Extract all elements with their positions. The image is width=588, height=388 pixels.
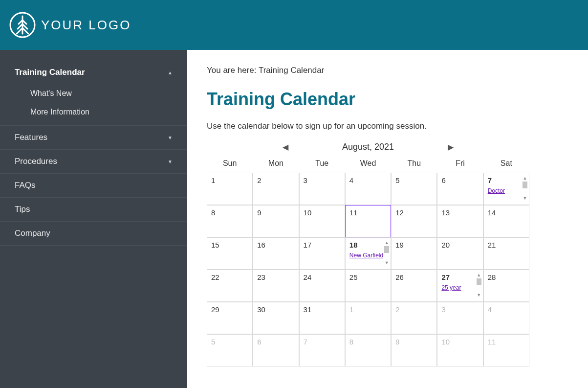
calendar-event-link[interactable]: 25 year xyxy=(441,284,461,291)
calendar-day-cell[interactable]: 4 xyxy=(345,173,391,205)
calendar-day-number: 7 xyxy=(488,176,525,184)
calendar-day-number: 24 xyxy=(304,273,341,281)
calendar-day-number: 21 xyxy=(488,241,525,249)
calendar-day-cell[interactable]: 19 xyxy=(391,237,437,270)
calendar-day-cell[interactable]: 2725 year▲▼ xyxy=(437,270,483,302)
calendar-day-cell[interactable]: 3 xyxy=(299,173,345,205)
sidebar-item-label: FAQs xyxy=(15,181,36,190)
calendar-day-cell[interactable]: 22 xyxy=(207,270,253,302)
calendar-day-number: 31 xyxy=(304,305,341,314)
sidebar-item-features[interactable]: Features ▼ xyxy=(0,126,187,150)
calendar-day-cell[interactable]: 21 xyxy=(483,237,529,270)
calendar-day-cell[interactable]: 12 xyxy=(391,205,437,237)
calendar-day-number: 8 xyxy=(349,338,387,346)
calendar-day-number: 3 xyxy=(441,305,479,314)
sidebar-item-more-information[interactable]: More Information xyxy=(0,103,187,121)
calendar-day-cell[interactable]: 7Doctor▲▼ xyxy=(483,173,529,205)
calendar-day-cell[interactable]: 14 xyxy=(483,205,529,237)
sidebar-item-label: More Information xyxy=(30,108,89,116)
calendar-day-cell[interactable]: 31 xyxy=(299,302,345,334)
breadcrumb: You are here: Training Calendar xyxy=(207,66,568,75)
calendar-day-number: 1 xyxy=(349,305,387,314)
calendar-day-cell[interactable]: 8 xyxy=(207,205,253,237)
sidebar-item-label: Company xyxy=(15,228,50,238)
calendar-day-cell[interactable]: 1 xyxy=(345,302,391,334)
calendar-day-cell[interactable]: 4 xyxy=(483,302,529,334)
calendar-event-link[interactable]: New Garfield xyxy=(349,252,383,259)
calendar-day-cell[interactable]: 29 xyxy=(207,302,253,334)
calendar-day-number: 23 xyxy=(257,273,294,281)
calendar-day-cell[interactable]: 15 xyxy=(207,237,253,270)
next-month-button[interactable]: ▶ xyxy=(448,142,454,152)
calendar-day-cell[interactable]: 11 xyxy=(345,205,391,237)
calendar-day-cell[interactable]: 6 xyxy=(437,173,483,205)
calendar-day-header: Mon xyxy=(253,156,299,173)
sidebar-item-procedures[interactable]: Procedures ▼ xyxy=(0,150,187,174)
calendar-day-number: 4 xyxy=(349,176,387,184)
calendar-day-number: 18 xyxy=(349,241,387,249)
calendar-day-cell[interactable]: 30 xyxy=(253,302,299,334)
calendar-day-cell[interactable]: 11 xyxy=(483,334,529,366)
calendar-header: ◀ August, 2021 ▶ xyxy=(207,140,529,156)
calendar-day-cell[interactable]: 8 xyxy=(345,334,391,366)
calendar-day-cell[interactable]: 20 xyxy=(437,237,483,270)
scroll-up-icon: ▲ xyxy=(523,176,527,181)
prev-month-button[interactable]: ◀ xyxy=(283,142,288,152)
calendar-day-number: 6 xyxy=(441,176,479,184)
scroll-up-icon: ▲ xyxy=(385,241,389,245)
calendar-day-cell[interactable]: 10 xyxy=(299,205,345,237)
cell-scroll-indicator[interactable]: ▲▼ xyxy=(522,176,528,201)
calendar-day-cell[interactable]: 3 xyxy=(437,302,483,334)
sidebar-item-label: What's New xyxy=(30,89,72,97)
calendar-day-cell[interactable]: 9 xyxy=(253,205,299,237)
calendar-day-cell[interactable]: 16 xyxy=(253,237,299,270)
sidebar-item-company[interactable]: Company xyxy=(0,222,187,246)
logo[interactable]: YOUR LOGO xyxy=(9,11,131,39)
cell-scroll-indicator[interactable]: ▲▼ xyxy=(384,241,390,265)
sidebar-item-whats-new[interactable]: What's New xyxy=(0,84,187,103)
calendar-day-number: 11 xyxy=(488,338,525,346)
calendar-day-number: 10 xyxy=(441,338,479,346)
chevron-down-icon: ▼ xyxy=(168,135,173,140)
calendar-day-number: 1 xyxy=(211,176,248,184)
logo-text: YOUR LOGO xyxy=(41,18,131,33)
app-header: YOUR LOGO xyxy=(0,0,588,50)
sidebar-item-label: Features xyxy=(15,133,47,142)
calendar-day-number: 29 xyxy=(211,305,248,314)
calendar-day-cell[interactable]: 24 xyxy=(299,270,345,302)
calendar-day-number: 9 xyxy=(395,338,433,346)
sidebar-item-faqs[interactable]: FAQs xyxy=(0,174,187,198)
calendar-day-number: 16 xyxy=(257,241,294,249)
calendar-week-row: 891011121314 xyxy=(207,205,529,237)
calendar-day-headers: SunMonTueWedThuFriSat xyxy=(207,156,529,173)
sidebar-item-training-calendar[interactable]: Training Calendar ▲ xyxy=(0,61,187,84)
calendar-day-cell[interactable]: 1 xyxy=(207,173,253,205)
chevron-down-icon: ▼ xyxy=(168,159,173,164)
calendar-day-cell[interactable]: 2 xyxy=(253,173,299,205)
calendar-day-number: 30 xyxy=(257,305,294,314)
calendar-day-cell[interactable]: 26 xyxy=(391,270,437,302)
cell-scroll-indicator[interactable]: ▲▼ xyxy=(476,273,482,297)
chevron-up-icon: ▲ xyxy=(168,70,173,75)
calendar-day-cell[interactable]: 7 xyxy=(299,334,345,366)
calendar-day-cell[interactable]: 10 xyxy=(437,334,483,366)
calendar-day-cell[interactable]: 13 xyxy=(437,205,483,237)
calendar-day-cell[interactable]: 6 xyxy=(253,334,299,366)
calendar-day-cell[interactable]: 5 xyxy=(207,334,253,366)
calendar-day-number: 13 xyxy=(441,208,479,217)
sidebar-item-tips[interactable]: Tips xyxy=(0,198,187,222)
calendar-day-cell[interactable]: 28 xyxy=(483,270,529,302)
calendar-day-number: 27 xyxy=(441,273,479,281)
calendar-day-cell[interactable]: 25 xyxy=(345,270,391,302)
scroll-down-icon: ▼ xyxy=(523,196,527,201)
calendar-event-link[interactable]: Doctor xyxy=(488,187,505,194)
calendar-day-cell[interactable]: 2 xyxy=(391,302,437,334)
sidebar-item-label: Tips xyxy=(15,205,30,214)
calendar-week-row: 567891011 xyxy=(207,334,529,366)
calendar-day-cell[interactable]: 9 xyxy=(391,334,437,366)
calendar-day-cell[interactable]: 23 xyxy=(253,270,299,302)
calendar-day-number: 17 xyxy=(304,241,341,249)
calendar-day-cell[interactable]: 5 xyxy=(391,173,437,205)
calendar-day-cell[interactable]: 18New Garfield▲▼ xyxy=(345,237,391,270)
calendar-day-cell[interactable]: 17 xyxy=(299,237,345,270)
